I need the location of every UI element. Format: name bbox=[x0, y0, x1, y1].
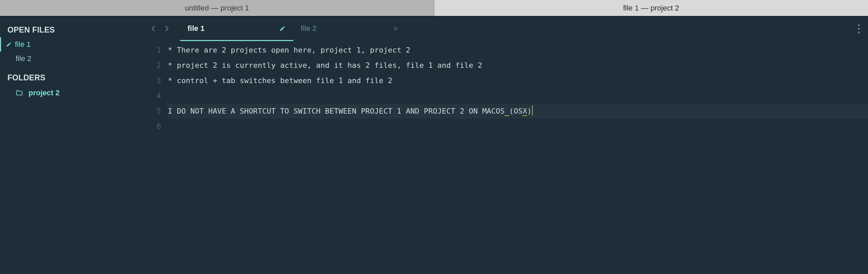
line-number: 4 bbox=[141, 88, 168, 103]
folders-header: FOLDERS bbox=[0, 71, 141, 85]
open-file-2-label: file 2 bbox=[16, 54, 31, 63]
file-tab-2-label: file 2 bbox=[301, 24, 316, 33]
code-line[interactable] bbox=[168, 119, 868, 134]
project-tab-1[interactable]: untitled — project 1 bbox=[0, 0, 434, 16]
open-file-item-2[interactable]: file 2 bbox=[0, 52, 141, 66]
open-file-item-1[interactable]: file 1 bbox=[0, 37, 141, 52]
folder-icon bbox=[15, 89, 24, 97]
nav-back-icon[interactable] bbox=[150, 25, 157, 32]
more-menu-icon[interactable] bbox=[858, 24, 860, 34]
line-number: 5 bbox=[141, 103, 168, 119]
code-line[interactable]: * project 2 is currently active, and it … bbox=[168, 58, 868, 73]
line-number: 3 bbox=[141, 73, 168, 88]
code-line[interactable]: I DO NOT HAVE A SHORTCUT TO SWITCH BETWE… bbox=[168, 103, 868, 119]
file-tab-bar: file 1 file 2 bbox=[141, 17, 868, 40]
line-number: 1 bbox=[141, 42, 168, 58]
project-tab-2-label: file 1 — project 2 bbox=[623, 4, 679, 13]
open-file-1-label: file 1 bbox=[15, 40, 31, 49]
code-line[interactable]: * There are 2 projects open here, projec… bbox=[168, 42, 868, 58]
project-tab-2[interactable]: file 1 — project 2 bbox=[434, 0, 868, 16]
folder-item-1[interactable]: project 2 bbox=[0, 85, 141, 101]
code-area[interactable]: 123456 * There are 2 projects open here,… bbox=[141, 40, 868, 274]
line-number: 6 bbox=[141, 119, 168, 134]
sidebar: OPEN FILES file 1 file 2 FOLDERS project… bbox=[0, 17, 141, 274]
project-tab-1-label: untitled — project 1 bbox=[185, 4, 249, 13]
code-line[interactable]: * control + tab switches between file 1 … bbox=[168, 73, 868, 88]
file-tab-2[interactable]: file 2 bbox=[293, 17, 407, 40]
line-number: 2 bbox=[141, 58, 168, 73]
code-lines[interactable]: * There are 2 projects open here, projec… bbox=[168, 42, 868, 274]
file-tab-1-label: file 1 bbox=[188, 24, 204, 33]
nav-forward-icon[interactable] bbox=[163, 25, 171, 32]
line-number-gutter: 123456 bbox=[141, 42, 168, 274]
editor-pane: file 1 file 2 123456 * There are 2 proje… bbox=[141, 17, 868, 274]
close-icon[interactable] bbox=[392, 25, 399, 32]
pencil-icon bbox=[279, 25, 286, 32]
folder-1-label: project 2 bbox=[28, 89, 60, 97]
text-caret bbox=[532, 105, 533, 116]
pencil-icon bbox=[6, 42, 12, 47]
open-files-header: OPEN FILES bbox=[0, 23, 141, 37]
project-tab-bar: untitled — project 1 file 1 — project 2 bbox=[0, 0, 868, 16]
file-tab-1[interactable]: file 1 bbox=[180, 17, 293, 40]
code-line[interactable] bbox=[168, 88, 868, 103]
